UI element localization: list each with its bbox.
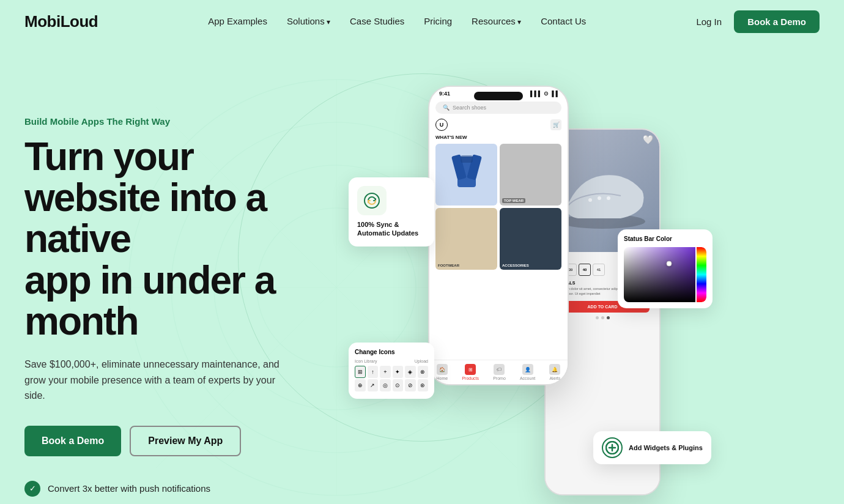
carousel-dot xyxy=(601,316,604,319)
phone-nav-promo: 🏷 Promo xyxy=(493,364,506,380)
phone-bottom-nav: 🏠 Home ⊞ Products 🏷 Promo 👤 Account 🔔 xyxy=(429,360,568,384)
home-nav-dot: 🏠 xyxy=(437,364,448,375)
check-icon-1: ✓ xyxy=(24,481,40,497)
book-demo-button[interactable]: Book a Demo xyxy=(24,426,121,456)
search-icon: 🔍 xyxy=(443,105,450,111)
account-nav-dot: 👤 xyxy=(522,364,533,375)
check-item-1: ✓ Convert 3x better with push notificati… xyxy=(24,481,330,497)
change-icons-title: Change Icons xyxy=(355,349,428,355)
phone-nav-products: ⊞ Products xyxy=(462,364,479,380)
icons-row-2: ⊕ ↗ ◎ ⊙ ⊘ ⊛ xyxy=(355,379,428,391)
color-dark-gradient xyxy=(624,247,695,302)
icon-cell[interactable]: ⊘ xyxy=(405,379,416,391)
nav-solutions[interactable]: Solutions xyxy=(287,16,330,26)
icon-cell[interactable]: ⊗ xyxy=(418,366,428,378)
phone-sec-favorite-icon: 🤍 xyxy=(643,135,653,144)
icon-cell[interactable]: ⊛ xyxy=(418,379,429,391)
nav-resources[interactable]: Resources xyxy=(472,16,521,26)
phone-search-bar[interactable]: 🔍 Search shoes xyxy=(435,102,561,114)
navbar: MobiLoud App Examples Solutions Case Stu… xyxy=(0,0,844,43)
nav-contact-us[interactable]: Contact Us xyxy=(541,16,586,26)
hero-title: Turn your website into a native app in u… xyxy=(24,136,330,342)
icon-cell[interactable]: ↑ xyxy=(368,366,378,378)
alerts-nav-dot: 🔔 xyxy=(549,364,560,375)
product-cell-1 xyxy=(435,144,497,206)
add-widgets-icon xyxy=(602,437,623,458)
sync-icon xyxy=(357,186,387,215)
hero-right: 9:41 ▌▌▌ ⊙ ▐▐ 🔍 Search shoes U 🛒 WHAT'S … xyxy=(330,80,820,504)
search-placeholder-text: Search shoes xyxy=(453,105,486,111)
phone-nav-account: 👤 Account xyxy=(520,364,535,380)
hero-buttons: Book a Demo Preview My App xyxy=(24,426,330,456)
sync-card: 100% Sync & Automatic Updates xyxy=(349,177,434,246)
logo[interactable]: MobiLoud xyxy=(24,12,98,31)
phone-top-bar: U 🛒 xyxy=(429,117,568,132)
icon-cell[interactable]: + xyxy=(380,366,390,378)
size-option-selected[interactable]: 40 xyxy=(579,264,591,276)
svg-point-14 xyxy=(598,196,601,200)
phone-notch xyxy=(474,92,523,100)
svg-rect-11 xyxy=(461,155,473,163)
phone-whats-new-label: WHAT'S NEW xyxy=(429,132,568,141)
carousel-dot-active xyxy=(607,316,610,319)
change-icons-card: Change Icons Icon Library Upload ⊞ ↑ + ✦… xyxy=(349,343,434,399)
svg-point-16 xyxy=(365,193,379,208)
icon-cell[interactable]: ◈ xyxy=(405,366,415,378)
icon-cell[interactable]: ↗ xyxy=(368,379,379,391)
icons-row-1: ⊞ ↑ + ✦ ◈ ⊗ xyxy=(355,366,428,378)
status-bar-card-title: Status Bar Color xyxy=(624,235,706,242)
phone-brand-logo: U xyxy=(435,119,448,131)
svg-point-13 xyxy=(588,198,592,202)
carousel-dot xyxy=(596,316,599,319)
color-picker-handle[interactable] xyxy=(667,261,672,267)
size-option[interactable]: 41 xyxy=(593,264,605,276)
nav-case-studies[interactable]: Case Studies xyxy=(350,16,404,26)
products-nav-dot: ⊞ xyxy=(465,364,476,375)
phone-nav-home: 🏠 Home xyxy=(437,364,448,380)
nav-book-demo-button[interactable]: Book a Demo xyxy=(734,10,820,33)
icon-cell[interactable]: ✦ xyxy=(393,366,403,378)
color-picker[interactable] xyxy=(624,247,706,302)
hero-left: Build Mobile Apps The Right Way Turn you… xyxy=(24,80,330,504)
hero-section: Build Mobile Apps The Right Way Turn you… xyxy=(0,43,844,504)
status-bar-card: Status Bar Color xyxy=(618,229,713,308)
product-cell-2: TOP WEAR xyxy=(500,144,561,206)
hero-checks: ✓ Convert 3x better with push notificati… xyxy=(24,481,330,504)
color-spectrum-strip[interactable] xyxy=(697,247,706,302)
icon-cell[interactable]: ⊕ xyxy=(355,379,366,391)
product-cell-4: ACCESSORIES xyxy=(500,208,561,270)
hero-tagline: Build Mobile Apps The Right Way xyxy=(24,116,330,127)
product-cell-3: FOOTWEAR xyxy=(435,208,497,270)
phone-nav-alerts: 🔔 Alerts xyxy=(549,364,560,380)
nav-actions: Log In Book a Demo xyxy=(696,10,820,33)
icons-header: Icon Library Upload xyxy=(355,359,428,363)
login-link[interactable]: Log In xyxy=(696,17,722,27)
nav-pricing[interactable]: Pricing xyxy=(424,16,452,26)
hero-subtitle: Save $100,000+, eliminate unnecessary ma… xyxy=(24,357,294,404)
icon-cell[interactable]: ⊙ xyxy=(393,379,404,391)
svg-point-15 xyxy=(607,196,610,200)
phone-main: 9:41 ▌▌▌ ⊙ ▐▐ 🔍 Search shoes U 🛒 WHAT'S … xyxy=(428,86,569,385)
phone-product-grid: TOP WEAR FOOTWEAR ACCESSORIES xyxy=(429,141,568,272)
promo-nav-dot: 🏷 xyxy=(494,364,505,375)
icon-cell-selected[interactable]: ⊞ xyxy=(355,366,366,378)
sync-card-title: 100% Sync & Automatic Updates xyxy=(357,220,426,238)
add-widgets-text: Add Widgets & Plugins xyxy=(629,443,703,452)
icon-cell[interactable]: ◎ xyxy=(380,379,391,391)
phone-cart-icon: 🛒 xyxy=(550,119,561,130)
add-widgets-card: Add Widgets & Plugins xyxy=(593,431,711,464)
preview-app-button[interactable]: Preview My App xyxy=(130,426,241,456)
nav-app-examples[interactable]: App Examples xyxy=(208,16,267,26)
